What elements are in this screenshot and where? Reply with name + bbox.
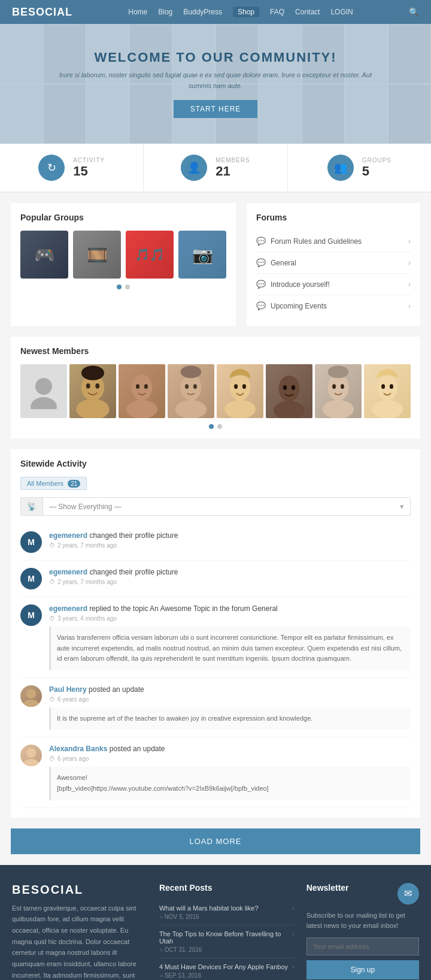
hero-section: WELCOME TO OUR COMMUNITY! Irure si labor… <box>0 24 431 144</box>
member-avatar-3[interactable] <box>119 364 165 418</box>
post-arrow-1: › <box>292 905 295 912</box>
svg-point-14 <box>193 384 197 389</box>
stat-activity: ↻ ACTIVITY 15 <box>0 144 144 192</box>
activity-user-5[interactable]: Alexandra Banks <box>49 745 107 753</box>
avatar-5[interactable] <box>20 745 42 766</box>
nav-home[interactable]: Home <box>128 8 147 16</box>
members-count-badge: 21 <box>68 480 80 488</box>
forum-item-1[interactable]: 💬 Forum Rules and Guidelines › <box>256 231 411 252</box>
footer-post-date-1: ○ NOV 5, 2016 <box>159 914 259 920</box>
stat-members: 👤 MEMBERS 21 <box>144 144 287 192</box>
forum-item-3[interactable]: 💬 Introduce yourself! › <box>256 274 411 295</box>
footer-logo: BESOCIAL <box>12 883 147 897</box>
activity-item-4: Paul Henry posted an update ⏱ 6 years ag… <box>20 678 411 738</box>
calendar-icon-1: ○ <box>159 914 163 920</box>
forum-bubble-icon: 💬 <box>256 237 266 246</box>
activity-text-1: egemenerd changed their profile picture <box>49 531 411 540</box>
avatar-3[interactable]: M <box>20 604 42 626</box>
activity-item-5: Alexandra Banks posted an update ⏱ 6 yea… <box>20 737 411 807</box>
member-face-icon-7 <box>364 364 411 418</box>
filter-select[interactable]: — Show Everything — <box>43 498 394 515</box>
svg-point-23 <box>292 385 295 390</box>
time-text-5: 6 years ago <box>57 755 89 762</box>
members-dots <box>20 424 411 429</box>
newest-members-section: Newest Members <box>11 337 420 438</box>
dot-1[interactable] <box>117 285 122 289</box>
footer-post-1[interactable]: What will a Mars habitat look like? ○ NO… <box>159 900 295 925</box>
group-image-4[interactable]: 📷 <box>178 231 226 279</box>
clock-icon-1: ⏱ <box>49 542 55 549</box>
member-avatar-7[interactable] <box>315 364 362 418</box>
activity-body-3: Varias transferrem officia veniam laboru… <box>49 627 411 670</box>
nav-login[interactable]: LOGIN <box>330 8 353 16</box>
group-image-3[interactable]: 🎵🎵 <box>126 231 174 279</box>
activity-user-4[interactable]: Paul Henry <box>49 685 87 694</box>
group-image-2[interactable]: 🎞️ <box>73 231 121 279</box>
member-avatar-8[interactable] <box>364 364 411 418</box>
activity-label: ACTIVITY <box>73 157 105 164</box>
svg-point-34 <box>23 700 40 707</box>
footer-description: Est tamen graviterque, occaecat culpa si… <box>12 903 147 980</box>
member-avatar-5[interactable] <box>217 364 263 418</box>
recent-posts-title: Recent Posts <box>159 883 295 893</box>
svg-point-33 <box>26 689 36 698</box>
groups-count: 5 <box>362 164 391 179</box>
members-dot-2[interactable] <box>217 424 222 429</box>
forum-arrow-1: › <box>408 237 411 246</box>
footer-post-3[interactable]: 4 Must Have Devices For Any Apple Fanboy… <box>159 958 295 980</box>
placeholder-avatar-icon <box>26 373 62 409</box>
newsletter-email-input[interactable] <box>306 937 419 955</box>
clock-icon-2: ⏱ <box>49 579 55 585</box>
activity-tabs: All Members 21 <box>20 477 411 490</box>
svg-point-4 <box>86 383 90 389</box>
svg-point-19 <box>242 384 246 389</box>
search-icon[interactable]: 🔍 <box>409 7 419 17</box>
svg-point-31 <box>381 384 385 389</box>
avatar-1[interactable]: M <box>20 531 42 553</box>
forum-item-4[interactable]: 💬 Upcoming Events › <box>256 295 411 316</box>
hero-subtitle: Irure si laborum, noster singulis sed fu… <box>48 70 383 91</box>
member-avatar-1[interactable] <box>20 364 67 418</box>
nav-faq[interactable]: FAQ <box>270 8 284 16</box>
footer: BESOCIAL Est tamen graviterque, occaecat… <box>0 865 431 980</box>
newsletter-signup-button[interactable]: Sign up <box>306 960 419 979</box>
all-members-label: All Members <box>27 480 63 487</box>
activity-time-4: ⏱ 6 years ago <box>49 696 411 703</box>
group-image-1[interactable]: 🎮 <box>20 231 68 279</box>
member-avatar-6[interactable] <box>266 364 312 418</box>
newsletter-email-icon: ✉ <box>397 883 419 905</box>
hero-content: WELCOME TO OUR COMMUNITY! Irure si labor… <box>48 50 383 117</box>
forum-arrow-3: › <box>408 280 411 289</box>
activity-user-1[interactable]: egemenerd <box>49 531 87 540</box>
member-avatar-4[interactable] <box>168 364 214 418</box>
members-row <box>20 364 411 418</box>
dot-2[interactable] <box>125 285 130 289</box>
activity-item-3: M egemenerd replied to the topic An Awes… <box>20 597 411 678</box>
load-more-button[interactable]: LOAD MORE <box>11 828 420 854</box>
svg-point-9 <box>136 384 139 389</box>
newsletter-title: Newsletter <box>306 883 349 893</box>
forum-label-2: General <box>271 259 296 267</box>
nav-blog[interactable]: Blog <box>158 8 172 16</box>
svg-point-22 <box>283 385 287 390</box>
clock-icon-4: ⏱ <box>49 696 55 703</box>
nav-shop[interactable]: Shop <box>233 7 259 17</box>
members-dot-1[interactable] <box>209 424 214 429</box>
svg-point-12 <box>175 400 207 418</box>
footer-post-2[interactable]: The Top Tips to Know Before Travelling t… <box>159 925 295 958</box>
nav-buddypress[interactable]: BuddyPress <box>183 8 222 16</box>
start-here-button[interactable]: START HERE <box>174 100 258 118</box>
svg-point-0 <box>35 378 52 395</box>
avatar-2[interactable]: M <box>20 568 42 589</box>
svg-point-18 <box>234 384 238 389</box>
svg-point-8 <box>126 400 157 418</box>
member-face-icon <box>69 364 116 418</box>
nav-contact[interactable]: Contact <box>295 8 320 16</box>
activity-user-2[interactable]: egemenerd <box>49 568 87 576</box>
avatar-4[interactable] <box>20 685 42 707</box>
svg-point-36 <box>23 759 40 766</box>
all-members-tab[interactable]: All Members 21 <box>20 477 87 490</box>
member-avatar-2[interactable] <box>69 364 116 418</box>
forum-item-2[interactable]: 💬 General › <box>256 252 411 274</box>
activity-user-3[interactable]: egemenerd <box>49 604 87 613</box>
